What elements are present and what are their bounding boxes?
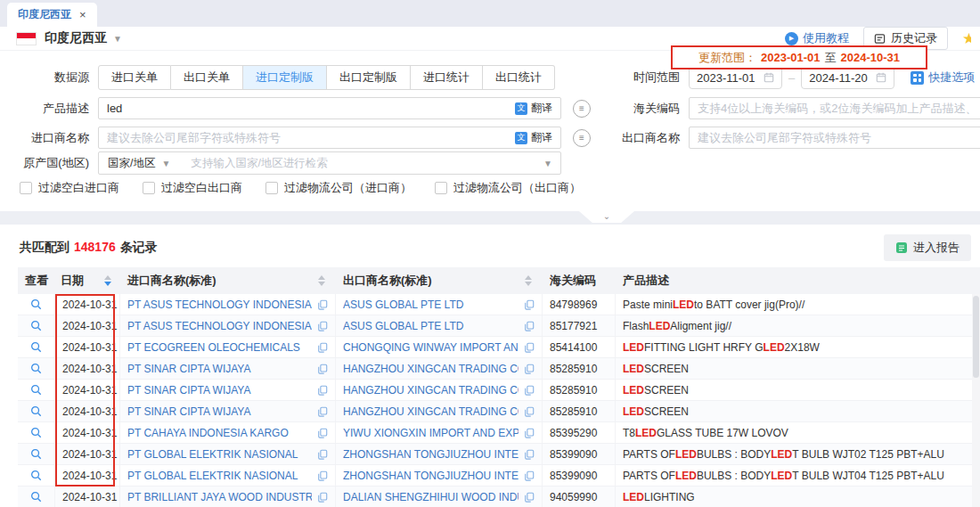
datasource-option-import-declaration[interactable]: 进口关单 (98, 65, 171, 90)
row-exporter[interactable]: ZHONGSHAN TONGJIUZHOU INTERNA... (336, 465, 543, 486)
copy-icon[interactable] (317, 342, 328, 353)
view-record-button[interactable] (18, 337, 55, 357)
scrollbar-thumb[interactable] (973, 296, 979, 378)
importer-name-link[interactable]: PT ASUS TECHNOLOGY INDONESIA BA... (127, 320, 312, 332)
view-record-button[interactable] (18, 294, 55, 315)
datasource-option-export-declaration[interactable]: 出口关单 (171, 65, 243, 90)
importer-name-link[interactable]: PT ECOGREEN OLEOCHEMICALS (127, 341, 312, 354)
exporter-name-link[interactable]: HANGZHOU XINGCAN TRADING CO LTD (343, 384, 519, 397)
importer-name-link[interactable]: PT GLOBAL ELEKTRIK NASIONAL (127, 448, 312, 461)
translate-button[interactable]: 文 翻译 (515, 130, 552, 145)
origin-country-select[interactable]: 国家/地区 ▼ 支持输入国家/地区进行检索 ▼ (98, 151, 561, 175)
copy-icon[interactable] (317, 385, 328, 396)
row-importer[interactable]: PT ECOGREEN OLEOCHEMICALS (120, 337, 336, 357)
checkbox-icon[interactable] (143, 182, 155, 194)
column-header-date[interactable]: 日期 (55, 267, 120, 294)
exporter-name-link[interactable]: ZHONGSHAN TONGJIUZHOU INTERNA... (343, 448, 519, 461)
copy-icon[interactable] (524, 299, 535, 310)
importer-name-link[interactable]: PT GLOBAL ELEKTRIK NASIONAL (127, 470, 312, 482)
row-importer[interactable]: PT BRILLIANT JAYA WOOD INDUSTRY (120, 487, 336, 507)
hscode-input[interactable]: 支持4位以上海关编码，或2位海关编码加上产品描述、企业名称的任意信息 (689, 97, 980, 119)
row-importer[interactable]: PT SINAR CIPTA WIJAYA (120, 401, 336, 421)
favorite-star-icon[interactable]: ★ (962, 29, 971, 48)
tutorial-link[interactable]: ▶ 使用教程 (785, 30, 849, 46)
copy-icon[interactable] (524, 428, 535, 438)
chevron-down-icon[interactable]: ▼ (113, 34, 122, 44)
tab-close-icon[interactable]: × (79, 9, 86, 20)
importer-name-link[interactable]: PT CAHAYA INDONESIA KARGO (127, 427, 312, 439)
copy-icon[interactable] (317, 321, 328, 331)
row-importer[interactable]: PT ASUS TECHNOLOGY INDONESIA BA... (120, 315, 336, 336)
view-record-button[interactable] (18, 487, 55, 507)
datasource-option-import-custom[interactable]: 进口定制版 (243, 65, 327, 90)
match-mode-toggle[interactable]: ≡ (573, 100, 591, 118)
importer-name-link[interactable]: PT ASUS TECHNOLOGY INDONESIA BA... (127, 298, 312, 311)
column-header-exporter[interactable]: 出口商名称(标准) (336, 267, 543, 294)
checkbox-icon[interactable] (20, 182, 32, 194)
datasource-option-import-stats[interactable]: 进口统计 (411, 65, 483, 90)
importer-name-link[interactable]: PT BRILLIANT JAYA WOOD INDUSTRY (127, 491, 312, 503)
row-importer[interactable]: PT GLOBAL ELEKTRIK NASIONAL (120, 444, 336, 464)
row-importer[interactable]: PT SINAR CIPTA WIJAYA (120, 358, 336, 379)
exporter-name-link[interactable]: CHONGQING WINWAY IMPORT AND E... (343, 341, 519, 354)
vertical-scrollbar[interactable] (972, 294, 980, 507)
copy-icon[interactable] (317, 364, 328, 374)
sort-icon-exporter[interactable] (525, 275, 532, 286)
row-importer[interactable]: PT GLOBAL ELEKTRIK NASIONAL (120, 465, 336, 486)
translate-button[interactable]: 文 翻译 (515, 101, 552, 116)
tab-indonesia[interactable]: 印度尼西亚 × (7, 3, 97, 27)
importer-name-link[interactable]: PT SINAR CIPTA WIJAYA (127, 405, 312, 418)
copy-icon[interactable] (317, 492, 328, 503)
row-exporter[interactable]: YIWU XIONGXIN IMPORT AND EXPORT... (336, 422, 543, 443)
view-record-button[interactable] (18, 422, 55, 443)
row-importer[interactable]: PT SINAR CIPTA WIJAYA (120, 380, 336, 400)
copy-icon[interactable] (524, 321, 535, 331)
filter-blank-importer[interactable]: 过滤空白进口商 (20, 180, 119, 196)
exporter-name-link[interactable]: ASUS GLOBAL PTE LTD (343, 298, 519, 311)
copy-icon[interactable] (524, 385, 535, 396)
exporter-name-link[interactable]: HANGZHOU XINGCAN TRADING CO LTD (343, 363, 519, 375)
importer-name-link[interactable]: PT SINAR CIPTA WIJAYA (127, 384, 312, 397)
copy-icon[interactable] (524, 470, 535, 481)
match-mode-toggle[interactable]: ≡ (573, 129, 591, 147)
row-exporter[interactable]: HANGZHOU XINGCAN TRADING CO LTD (336, 358, 543, 379)
column-header-importer[interactable]: 进口商名称(标准) (120, 267, 336, 294)
product-desc-input[interactable]: led 文 翻译 (98, 97, 561, 119)
copy-icon[interactable] (317, 299, 328, 310)
quick-options-button[interactable]: 快捷选项 (911, 70, 975, 86)
copy-icon[interactable] (524, 492, 535, 503)
checkbox-icon[interactable] (265, 182, 278, 194)
sort-icon-importer[interactable] (318, 275, 325, 286)
origin-type-dropdown[interactable]: 国家/地区 ▼ (99, 156, 187, 171)
copy-icon[interactable] (524, 449, 535, 460)
filter-logistics-importer[interactable]: 过滤物流公司（进口商） (265, 180, 412, 196)
sort-icon-date[interactable] (104, 275, 111, 286)
copy-icon[interactable] (524, 342, 535, 353)
row-exporter[interactable]: HANGZHOU XINGCAN TRADING CO LTD (336, 380, 543, 400)
row-exporter[interactable]: ZHONGSHAN TONGJIUZHOU INTERNA... (336, 444, 543, 464)
copy-icon[interactable] (524, 406, 535, 417)
row-importer[interactable]: PT CAHAYA INDONESIA KARGO (120, 422, 336, 443)
exporter-name-link[interactable]: YIWU XIONGXIN IMPORT AND EXPORT... (343, 427, 519, 439)
view-record-button[interactable] (18, 358, 55, 379)
row-exporter[interactable]: ASUS GLOBAL PTE LTD (336, 315, 543, 336)
importer-input[interactable]: 建议去除公司尾部字符或特殊符号 文 翻译 (98, 127, 561, 149)
view-record-button[interactable] (18, 401, 55, 421)
filter-blank-exporter[interactable]: 过滤空白出口商 (143, 180, 242, 196)
exporter-input[interactable]: 建议去除公司尾部字符或特殊符号 (689, 127, 980, 149)
row-importer[interactable]: PT ASUS TECHNOLOGY INDONESIA BA... (120, 294, 336, 315)
view-record-button[interactable] (18, 465, 55, 486)
datasource-option-export-custom[interactable]: 出口定制版 (327, 65, 411, 90)
filter-logistics-exporter[interactable]: 过滤物流公司（出口商） (435, 180, 581, 196)
datasource-option-export-stats[interactable]: 出口统计 (483, 65, 555, 90)
view-record-button[interactable] (18, 380, 55, 400)
copy-icon[interactable] (317, 428, 328, 438)
copy-icon[interactable] (317, 406, 328, 417)
view-record-button[interactable] (18, 315, 55, 336)
row-exporter[interactable]: HANGZHOU XINGCAN TRADING CO LTD (336, 401, 543, 421)
exporter-name-link[interactable]: ASUS GLOBAL PTE LTD (343, 320, 519, 332)
exporter-name-link[interactable]: ZHONGSHAN TONGJIUZHOU INTERNA... (343, 470, 519, 482)
row-exporter[interactable]: CHONGQING WINWAY IMPORT AND E... (336, 337, 543, 357)
checkbox-icon[interactable] (435, 182, 447, 194)
copy-icon[interactable] (317, 470, 328, 481)
